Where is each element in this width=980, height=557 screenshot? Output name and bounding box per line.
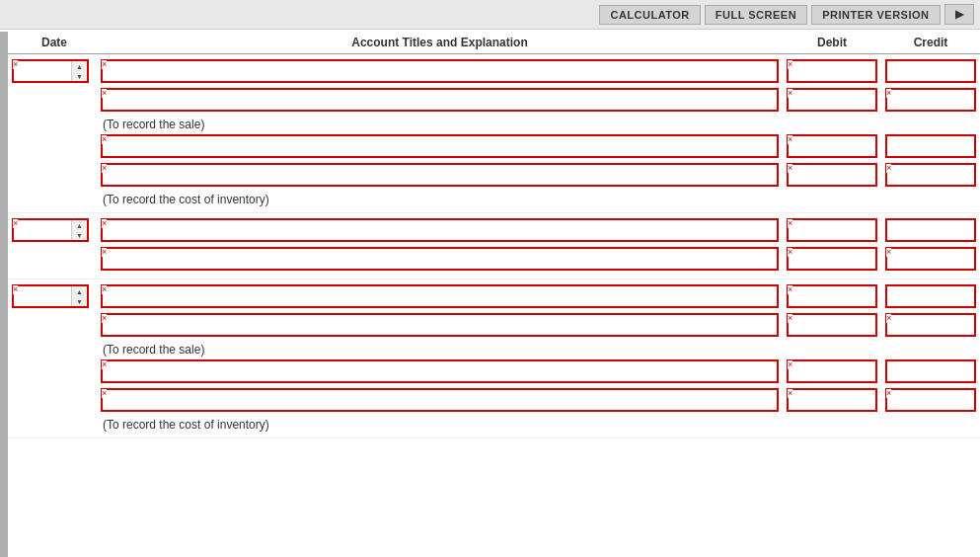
note-row-1: (To record the sale) [8, 116, 980, 133]
debit-input-3[interactable] [789, 136, 875, 156]
credit-input-10[interactable] [887, 390, 974, 410]
credit-input-wrapper-6 [885, 247, 976, 271]
debit-input-wrapper-3 [787, 134, 877, 158]
account-cell-3 [97, 134, 783, 158]
credit-input-2[interactable] [887, 90, 974, 110]
date-spinner-1: ▲ ▼ [71, 61, 87, 81]
debit-cell-8 [783, 313, 881, 337]
credit-input-7[interactable] [887, 286, 974, 306]
col-header-date: Date [8, 36, 97, 49]
spinner-up-7[interactable]: ▲ [72, 286, 87, 296]
debit-input-1[interactable] [789, 61, 875, 81]
debit-cell-4 [783, 163, 881, 187]
credit-input-5[interactable] [887, 220, 974, 240]
account-cell-6 [97, 247, 783, 271]
credit-cell-6 [881, 247, 980, 271]
credit-input-9[interactable] [887, 361, 974, 381]
credit-cell-4 [881, 163, 980, 187]
entry-row: ▲ ▼ [8, 283, 980, 309]
credit-cell-10 [881, 388, 980, 412]
account-cell-2 [97, 88, 783, 112]
debit-input-7[interactable] [789, 286, 875, 306]
spinner-down-5[interactable]: ▼ [72, 230, 87, 240]
entry-row [8, 387, 980, 413]
account-input-wrapper-10 [101, 388, 779, 412]
account-input-9[interactable] [103, 361, 777, 381]
debit-cell-7 [783, 284, 881, 308]
account-input-wrapper-4 [101, 163, 779, 187]
credit-input-wrapper-7 [885, 284, 976, 308]
spinner-down-1[interactable]: ▼ [72, 71, 87, 81]
debit-cell-5 [783, 218, 881, 242]
credit-cell-5 [881, 218, 980, 242]
entry-row [8, 246, 980, 272]
note-row-4: (To record the cost of inventory) [8, 416, 980, 434]
debit-input-wrapper-9 [787, 359, 877, 383]
debit-input-5[interactable] [789, 220, 875, 240]
credit-input-3[interactable] [887, 136, 974, 156]
spinner-down-7[interactable]: ▼ [72, 296, 87, 306]
account-cell-1 [97, 59, 783, 83]
account-cell-10 [97, 388, 783, 412]
calculator-button[interactable]: CALCULATOR [599, 5, 700, 25]
credit-input-wrapper-2 [885, 88, 976, 112]
credit-input-6[interactable] [887, 249, 974, 269]
account-input-8[interactable] [103, 315, 777, 335]
left-sidebar [0, 32, 8, 557]
entry-row [8, 162, 980, 188]
note-row-2: (To record the cost of inventory) [8, 191, 980, 208]
account-input-wrapper-9 [101, 359, 779, 383]
date-input-1[interactable] [14, 63, 71, 79]
printer-version-button[interactable]: PRINTER VERSION [811, 5, 940, 25]
date-input-7[interactable] [14, 288, 71, 304]
credit-input-wrapper-8 [885, 313, 976, 337]
credit-input-wrapper-10 [885, 388, 976, 412]
credit-input-1[interactable] [887, 61, 974, 81]
account-input-2[interactable] [103, 90, 777, 110]
column-headers: Date Account Titles and Explanation Debi… [8, 32, 980, 54]
credit-cell-9 [881, 359, 980, 383]
debit-input-9[interactable] [789, 361, 875, 381]
toolbar: CALCULATOR FULL SCREEN PRINTER VERSION ▶ [0, 0, 980, 30]
account-cell-9 [97, 359, 783, 383]
credit-input-8[interactable] [887, 315, 974, 335]
account-input-5[interactable] [103, 220, 777, 240]
account-input-wrapper-3 [101, 134, 779, 158]
debit-input-8[interactable] [789, 315, 875, 335]
journal-table: Date Account Titles and Explanation Debi… [8, 32, 980, 557]
entry-row [8, 312, 980, 338]
account-input-6[interactable] [103, 249, 777, 269]
date-input-wrapper-1: ▲ ▼ [12, 59, 89, 83]
account-input-1[interactable] [103, 61, 777, 81]
debit-input-6[interactable] [789, 249, 875, 269]
debit-input-4[interactable] [789, 165, 875, 185]
account-input-10[interactable] [103, 390, 777, 410]
date-input-5[interactable] [14, 222, 71, 238]
note-row-3: (To record the sale) [8, 341, 980, 358]
account-input-3[interactable] [103, 136, 777, 156]
account-input-wrapper-6 [101, 247, 779, 271]
account-input-4[interactable] [103, 165, 777, 185]
date-input-wrapper-5: ▲ ▼ [12, 218, 89, 242]
date-cell-7: ▲ ▼ [8, 284, 97, 308]
date-spinner-5: ▲ ▼ [71, 220, 87, 240]
debit-cell-1 [783, 59, 881, 83]
main-content: Date Account Titles and Explanation Debi… [0, 32, 980, 557]
account-input-7[interactable] [103, 286, 777, 306]
col-header-account: Account Titles and Explanation [97, 36, 783, 49]
credit-input-4[interactable] [887, 165, 974, 185]
debit-input-wrapper-5 [787, 218, 877, 242]
spinner-up-1[interactable]: ▲ [72, 61, 87, 71]
fullscreen-button[interactable]: FULL SCREEN [705, 5, 807, 25]
debit-input-10[interactable] [789, 390, 875, 410]
entry-row [8, 87, 980, 113]
debit-input-2[interactable] [789, 90, 875, 110]
entry-row: ▲ ▼ [8, 58, 980, 84]
account-input-wrapper-8 [101, 313, 779, 337]
credit-input-wrapper-4 [885, 163, 976, 187]
credit-cell-3 [881, 134, 980, 158]
nav-arrow-button[interactable]: ▶ [944, 4, 975, 25]
spinner-up-5[interactable]: ▲ [72, 220, 87, 230]
credit-input-wrapper-5 [885, 218, 976, 242]
debit-cell-6 [783, 247, 881, 271]
